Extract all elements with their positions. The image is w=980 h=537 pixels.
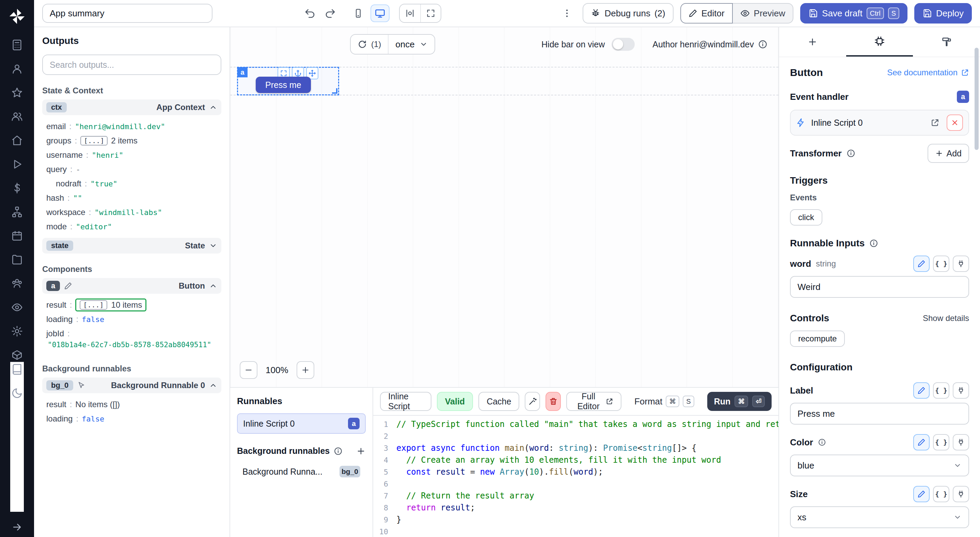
mobile-view-icon[interactable] — [349, 5, 368, 22]
chevron-up-icon[interactable] — [209, 103, 217, 112]
click-event-chip[interactable]: click — [790, 209, 822, 226]
runnable-item-bg0[interactable]: Background Runna... bg_0 — [237, 461, 366, 482]
info-icon[interactable] — [758, 40, 767, 49]
see-documentation-link[interactable]: See documentation — [887, 68, 969, 77]
ctx-header[interactable]: ctx App Context — [42, 99, 221, 115]
connect-output-icon[interactable] — [953, 434, 969, 451]
preview-tab-button[interactable]: Preview — [732, 3, 794, 24]
connect-output-icon[interactable] — [953, 486, 969, 502]
job-id-value[interactable]: "018b1a4e-62c7-db5b-8578-852ab8049511" — [46, 341, 220, 352]
color-select[interactable]: blue — [790, 454, 969, 476]
full-editor-button[interactable]: Full Editor — [566, 392, 621, 411]
component-a-header[interactable]: a Button — [42, 278, 221, 294]
search-outputs-input[interactable] — [42, 54, 221, 75]
zoom-out-icon[interactable] — [240, 361, 258, 379]
dark-mode-icon[interactable] — [10, 386, 24, 400]
windmill-logo-icon[interactable] — [8, 7, 27, 26]
output-row[interactable]: result:No items ([]) — [46, 397, 220, 412]
static-value-icon[interactable] — [913, 434, 930, 451]
expand-rail-icon[interactable] — [10, 521, 24, 533]
bg0-header[interactable]: bg_0 Background Runnable 0 — [42, 378, 221, 393]
language-chip[interactable]: Inline Script — [380, 392, 431, 411]
add-transformer-button[interactable]: Add — [928, 144, 969, 163]
info-icon[interactable] — [334, 447, 342, 456]
audit-eye-icon[interactable] — [10, 301, 24, 314]
state-header[interactable]: state State — [42, 238, 221, 253]
remove-script-icon[interactable] — [947, 115, 963, 131]
insert-component-tab[interactable] — [779, 27, 846, 57]
resize-handle[interactable] — [332, 88, 337, 94]
template-expr-icon[interactable]: { } — [933, 255, 949, 272]
output-row[interactable]: mode:"editor" — [46, 220, 220, 234]
collapsed-array[interactable]: [...] — [80, 136, 108, 145]
code-editor[interactable]: 1// TypeScript function called "main" th… — [373, 416, 778, 537]
template-expr-icon[interactable]: { } — [933, 434, 949, 451]
label-value-input[interactable] — [790, 403, 969, 425]
template-expr-icon[interactable]: { } — [933, 486, 949, 502]
info-icon[interactable] — [818, 438, 826, 446]
output-row[interactable]: loading:false — [46, 412, 220, 426]
builder-icon[interactable] — [10, 205, 24, 219]
output-row[interactable]: jobId: — [46, 327, 220, 341]
output-row[interactable]: hash:"" — [46, 191, 220, 205]
run-button[interactable]: Run ⌘ ⏎ — [707, 392, 772, 411]
add-background-runnable-icon[interactable] — [356, 446, 366, 456]
static-value-icon[interactable] — [913, 382, 930, 399]
delete-script-icon[interactable] — [546, 392, 561, 411]
ai-wand-icon[interactable] — [525, 392, 540, 411]
chevron-up-icon[interactable] — [209, 282, 217, 290]
connect-output-icon[interactable] — [953, 255, 969, 272]
output-row[interactable]: workspace:"windmill-labs" — [46, 205, 220, 220]
output-row[interactable]: loading:false — [46, 312, 220, 327]
info-icon[interactable] — [846, 149, 855, 158]
save-draft-button[interactable]: Save draft Ctrl S — [800, 3, 907, 24]
star-icon[interactable] — [10, 86, 24, 99]
user-icon[interactable] — [10, 62, 24, 76]
deploy-button[interactable]: Deploy — [914, 3, 972, 24]
apps-icon[interactable] — [10, 38, 24, 52]
press-me-button[interactable]: Press me — [256, 76, 311, 93]
pencil-icon[interactable] — [64, 282, 72, 290]
output-row-result[interactable]: result: [...]10 items — [46, 298, 220, 312]
output-row[interactable]: nodraft:"true" — [46, 177, 220, 191]
recompute-chip[interactable]: recompute — [790, 330, 845, 347]
static-value-icon[interactable] — [913, 486, 930, 502]
selected-output-highlight[interactable]: [...]10 items — [75, 298, 146, 311]
static-value-icon[interactable] — [913, 255, 930, 272]
refresh-button[interactable]: (1) — [351, 35, 388, 54]
output-row[interactable]: username:"henri" — [46, 148, 220, 162]
word-value-input[interactable] — [790, 276, 969, 298]
settings-gear-icon[interactable] — [10, 324, 24, 338]
runnable-item-inline-script-0[interactable]: Inline Script 0 a — [237, 413, 366, 434]
billing-icon[interactable] — [10, 181, 24, 195]
more-menu-icon[interactable] — [558, 5, 576, 22]
show-details-link[interactable]: Show details — [923, 314, 969, 323]
panel-scrollbar[interactable] — [975, 48, 978, 150]
docs-icon[interactable] — [10, 363, 24, 376]
hide-bar-toggle[interactable] — [612, 38, 635, 51]
open-script-icon[interactable] — [927, 115, 943, 131]
desktop-view-icon[interactable] — [371, 5, 390, 22]
center-columns-icon[interactable] — [400, 5, 420, 22]
output-row[interactable]: email:"henri@windmill.dev" — [46, 119, 220, 134]
output-row[interactable]: query:- — [46, 162, 220, 177]
home-icon[interactable] — [10, 134, 24, 147]
template-expr-icon[interactable]: { } — [933, 382, 949, 399]
connect-output-icon[interactable] — [953, 382, 969, 399]
cache-button[interactable]: Cache — [479, 392, 519, 411]
app-canvas[interactable]: (1) once Hide bar on view Author henri@w… — [230, 27, 778, 387]
fullscreen-icon[interactable] — [420, 5, 441, 22]
debug-runs-button[interactable]: Debug runs (2) — [582, 3, 673, 24]
component-settings-tab[interactable] — [846, 27, 913, 57]
styling-tab[interactable] — [913, 27, 980, 57]
zoom-in-icon[interactable] — [297, 361, 314, 379]
redo-icon[interactable] — [321, 5, 339, 22]
output-row[interactable]: groups:[...]2 items — [46, 134, 220, 148]
workers-icon[interactable] — [10, 348, 24, 362]
selected-button-component[interactable]: a Press me — [237, 67, 339, 96]
chevron-up-icon[interactable] — [209, 381, 217, 389]
size-select[interactable]: xs — [790, 506, 969, 528]
info-icon[interactable] — [869, 239, 878, 248]
chevron-down-icon[interactable] — [209, 242, 217, 250]
component-id-tag[interactable]: a — [237, 67, 248, 77]
